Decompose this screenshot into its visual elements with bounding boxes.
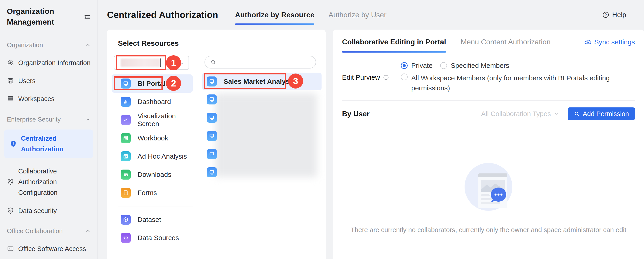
select-resources-panel: Select Resources 1	[107, 29, 326, 259]
portal-search-input[interactable]	[204, 56, 316, 68]
select-resources-heading: Select Resources	[118, 39, 326, 47]
sidebar-collapse-icon[interactable]	[83, 13, 91, 21]
portal-item-redacted[interactable]	[202, 109, 322, 127]
bi-portal-icon	[207, 94, 217, 104]
resource-type-visualization-screen[interactable]: Visualization Screen	[112, 111, 193, 129]
resource-type-downloads[interactable]: Downloads	[112, 165, 193, 184]
help-button[interactable]: ? Help	[602, 11, 626, 19]
app-title: Organization Management	[7, 6, 75, 27]
sidebar-item-data-security[interactable]: Data security	[7, 207, 98, 215]
visualization-icon	[121, 115, 131, 125]
question-circle-icon: ?	[602, 11, 610, 18]
annotation-badge-2: 2	[166, 76, 181, 91]
resource-type-select[interactable]: 1	[114, 56, 189, 70]
bi-portal-icon	[207, 167, 217, 177]
resource-type-bi-portals[interactable]: BI Portals 2	[112, 74, 193, 93]
radio-private[interactable]: Private	[401, 62, 432, 69]
user-badge-icon	[7, 77, 14, 84]
bi-portal-icon	[207, 149, 217, 159]
sidebar-section-office-collaboration[interactable]: Office Collaboration	[7, 227, 98, 235]
sidebar-item-workspaces[interactable]: Workspaces	[7, 95, 98, 103]
resource-type-data-sources[interactable]: Data Sources	[112, 229, 193, 247]
chevron-up-icon	[85, 116, 91, 123]
people-icon	[7, 59, 14, 66]
annotation-badge-1: 1	[166, 55, 181, 70]
portal-item-redacted[interactable]	[202, 90, 322, 109]
sidebar-item-centralized-authorization[interactable]: Centralized Authorization	[4, 129, 93, 158]
radio-unselected-icon	[440, 62, 447, 69]
workbook-icon	[121, 133, 131, 143]
dashboard-icon	[121, 97, 131, 107]
search-icon	[210, 59, 217, 65]
radio-all-workspace-members[interactable]: All Workspace Members (only for members …	[401, 73, 623, 93]
annotation-badge-3: 3	[288, 73, 303, 88]
search-icon	[574, 111, 580, 117]
data-sources-icon	[121, 233, 131, 243]
sidebar-section-organization[interactable]: Organization	[7, 41, 98, 49]
tab-collaborative-editing-in-portal[interactable]: Collaborative Editing in Portal	[342, 38, 446, 52]
sidebar-item-collaborative-authorization-configuration[interactable]: Collaborative Authorization Configuratio…	[7, 166, 98, 198]
resource-type-list: BI Portals 2 Dashboard	[112, 74, 193, 247]
redacted-select-value	[121, 59, 160, 67]
page-title: Centralized Authorization	[107, 10, 218, 20]
edit-purview-label: Edit Purview	[342, 73, 380, 81]
bi-portal-icon	[207, 131, 217, 141]
tab-authorize-by-resource[interactable]: Authorize by Resource	[235, 11, 314, 19]
sync-settings-link[interactable]: Sync settings	[584, 38, 635, 46]
chevron-up-icon	[85, 228, 91, 234]
portal-item-redacted[interactable]	[202, 145, 322, 163]
resource-type-ad-hoc-analysis[interactable]: Ad Hoc Analysis	[112, 147, 193, 165]
bi-portal-icon	[207, 76, 217, 86]
info-icon	[383, 74, 389, 81]
radio-unselected-icon	[401, 73, 408, 80]
by-user-label: By User	[342, 110, 370, 118]
sidebar-item-organization-information[interactable]: Organization Information	[7, 59, 98, 67]
stack-icon	[7, 95, 14, 102]
shield-check-icon	[7, 207, 14, 214]
top-header: Centralized Authorization Authorize by R…	[98, 0, 644, 29]
empty-state-message: There are currently no collaborators, cu…	[351, 226, 626, 234]
collaboration-settings-panel: Collaborative Editing in Portal Menu Con…	[333, 29, 644, 259]
add-permission-button[interactable]: Add Permission	[568, 107, 635, 120]
portal-item-redacted[interactable]	[202, 127, 322, 145]
resource-type-dataset[interactable]: Dataset	[112, 211, 193, 229]
bi-portal-icon	[121, 78, 131, 88]
radio-selected-icon	[401, 62, 408, 69]
section-divider	[342, 100, 635, 101]
office-card-icon	[7, 245, 14, 253]
bi-portal-icon	[207, 113, 217, 123]
chevron-down-icon	[553, 111, 560, 117]
tab-menu-content-authorization[interactable]: Menu Content Authorization	[461, 38, 551, 52]
shield-key-icon	[10, 140, 17, 147]
downloads-icon	[121, 170, 131, 180]
resource-group-divider	[118, 206, 193, 207]
portal-item-redacted[interactable]	[202, 163, 322, 181]
sidebar-section-enterprise-security[interactable]: Enterprise Security	[7, 116, 98, 123]
no-collaborators-illustration	[464, 163, 513, 211]
sidebar-item-office-software-access[interactable]: Office Software Access	[7, 245, 98, 253]
portal-list: Sales Market Analysis 3	[202, 73, 322, 181]
dataset-icon	[121, 215, 131, 225]
shield-search-icon	[7, 178, 14, 186]
chevron-up-icon	[85, 42, 91, 48]
empty-state: There are currently no collaborators, cu…	[342, 163, 635, 234]
cloud-download-icon	[584, 38, 592, 46]
collaboration-type-filter[interactable]: All Collaboration Types	[481, 110, 560, 118]
tab-authorize-by-user[interactable]: Authorize by User	[328, 11, 386, 19]
resource-type-workbook[interactable]: Workbook	[112, 129, 193, 147]
sidebar: Organization Management Organization Org…	[0, 0, 98, 259]
sidebar-item-users[interactable]: Users	[7, 77, 98, 85]
radio-specified-members[interactable]: Specified Members	[440, 62, 509, 69]
resource-type-forms[interactable]: Forms	[112, 184, 193, 202]
portal-item-sales-market-analysis[interactable]: Sales Market Analysis 3	[202, 73, 322, 90]
resource-type-dashboard[interactable]: Dashboard	[112, 93, 193, 111]
adhoc-icon	[121, 151, 131, 161]
svg-text:?: ?	[605, 13, 607, 17]
text-cursor	[160, 58, 161, 67]
forms-icon	[121, 188, 131, 198]
